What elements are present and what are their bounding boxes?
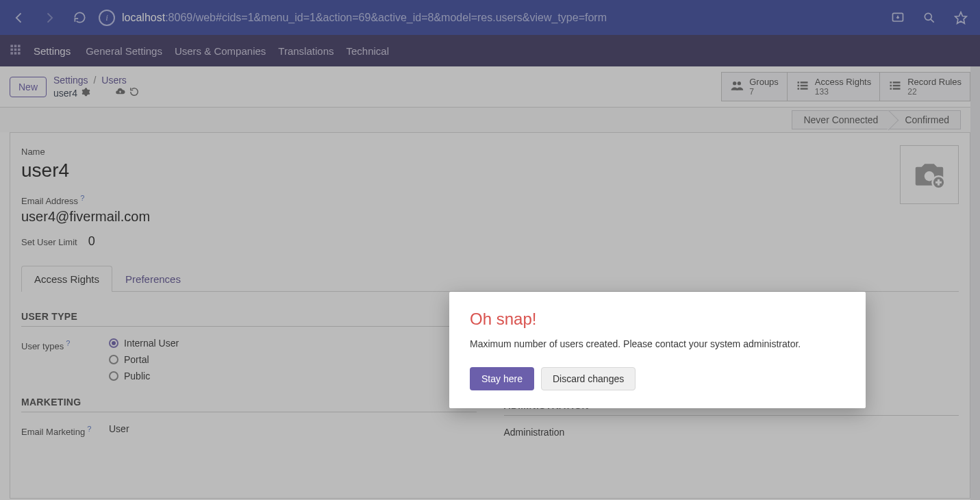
error-modal: Oh snap! Maximum number of users created… <box>449 292 866 408</box>
modal-body: Maximum number of users created. Please … <box>470 338 845 349</box>
modal-title: Oh snap! <box>470 310 845 329</box>
stay-here-button[interactable]: Stay here <box>470 367 534 390</box>
modal-backdrop[interactable] <box>0 0 980 500</box>
discard-changes-button[interactable]: Discard changes <box>541 367 636 390</box>
